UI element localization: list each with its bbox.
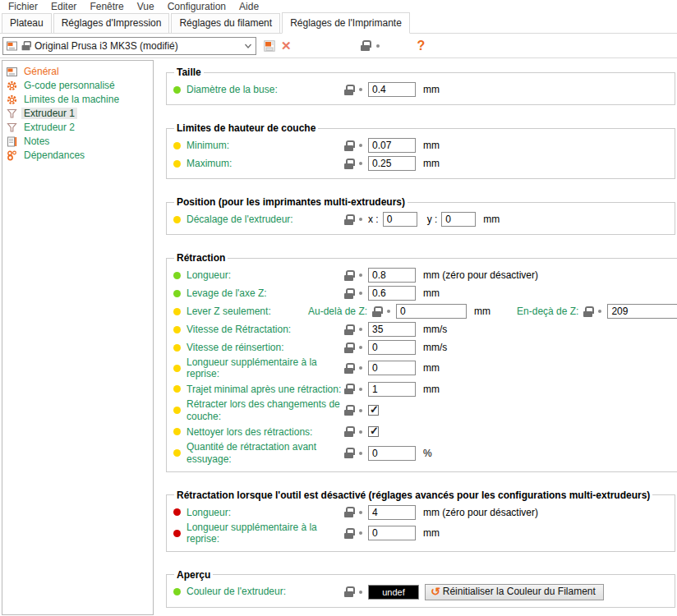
revert-dot-icon [359, 274, 362, 277]
lock-icon[interactable] [344, 448, 353, 458]
status-dot-icon [173, 344, 181, 352]
lock-icon[interactable] [344, 324, 353, 335]
settings-content: Taille Diamètre de la buse: mm Limites d… [154, 58, 677, 615]
extruder-offset-x-input[interactable] [383, 212, 417, 227]
tab-plateau[interactable]: Plateau [2, 13, 52, 34]
status-dot-icon [173, 308, 181, 315]
menu-bar: Fichier Editer Fenêtre Vue Configuration… [0, 0, 677, 12]
status-dot-icon [173, 86, 181, 94]
lock-icon[interactable] [344, 507, 353, 517]
lock-icon[interactable] [344, 214, 353, 225]
reset-filament-color-button[interactable]: ↺ Réinitialiser la Couleur du Filament [425, 584, 604, 600]
group-taille: Taille Diamètre de la buse: mm [166, 67, 675, 105]
lock-icon[interactable] [583, 306, 592, 317]
restart-extra-input[interactable] [368, 361, 416, 375]
lock-icon[interactable] [372, 306, 381, 317]
lock-icon[interactable] [344, 384, 353, 394]
sidebar-item-gcode-personnalise[interactable]: G-code personnalisé [6, 79, 150, 92]
printer-icon [7, 39, 17, 53]
setting-row-longueur-supplementaire: Longueur supplémentaire à la reprise: mm [173, 356, 677, 380]
sidebar-item-extrudeur-1[interactable]: Extrudeur 1 [6, 107, 150, 120]
sidebar-item-limites-machine[interactable]: Limites de la machine [6, 93, 150, 106]
setting-row-couleur-extrudeur: Couleur de l'extrudeur: undef ↺ Réinitia… [173, 583, 668, 601]
min-travel-input[interactable] [368, 382, 416, 397]
extruder-color-swatch[interactable]: undef [368, 585, 419, 600]
revert-dot-icon [359, 430, 362, 434]
revert-dot-icon [387, 310, 390, 313]
lock-icon[interactable] [344, 405, 353, 416]
revert-dot-icon [359, 511, 362, 514]
save-preset-button[interactable] [264, 39, 275, 53]
status-dot-icon [173, 588, 181, 595]
group-title: Position (pour les imprimantes multi-ext… [174, 196, 408, 208]
retract-lift-input[interactable] [368, 286, 416, 301]
wipe-checkbox[interactable] [368, 426, 379, 437]
menu-item-vue[interactable]: Vue [131, 1, 161, 12]
lift-below-z-input[interactable] [607, 304, 677, 319]
lock-icon[interactable] [344, 342, 353, 353]
sidebar-item-extrudeur-2[interactable]: Extrudeur 2 [6, 121, 150, 134]
deretract-speed-input[interactable] [368, 340, 416, 355]
sidebar-item-dependances[interactable]: Dépendances [6, 149, 150, 162]
group-title: Limites de hauteur de couche [174, 122, 318, 134]
menu-item-fenetre[interactable]: Fenêtre [83, 1, 130, 12]
status-dot-icon [173, 449, 181, 457]
retract-speed-input[interactable] [368, 322, 416, 337]
setting-row-minimum: Minimum: mm [173, 136, 668, 154]
lock-icon[interactable] [344, 85, 353, 95]
tab-reglages-impression[interactable]: Réglages d'Impression [53, 13, 170, 34]
sidebar-item-notes[interactable]: Notes [6, 135, 150, 148]
extruder-offset-y-input[interactable] [441, 212, 476, 227]
setting-row-longueur-toolchange: Longueur: mm (zéro pour désactiver) [173, 503, 668, 522]
lock-icon[interactable] [344, 426, 353, 437]
revert-dot-icon [359, 162, 362, 165]
lock-icon[interactable] [344, 140, 353, 151]
sidebar-item-general[interactable]: Général [6, 65, 150, 78]
undo-icon: ↺ [431, 585, 440, 598]
padlock-icon [22, 41, 30, 51]
menu-item-aide[interactable]: Aide [233, 1, 265, 12]
restart-extra-toolchange-input[interactable] [368, 526, 416, 540]
retract-layer-change-checkbox[interactable] [368, 405, 379, 416]
retract-length-input[interactable] [368, 268, 416, 283]
group-limites-hauteur: Limites de hauteur de couche Minimum: mm… [166, 122, 675, 179]
printer-preset-select[interactable]: Original Prusa i3 MK3S (modifié) [2, 37, 256, 55]
retract-before-wipe-input[interactable] [368, 446, 416, 461]
revert-dot-icon [359, 88, 362, 91]
status-dot-icon [173, 530, 181, 537]
menu-item-editer[interactable]: Editer [44, 1, 83, 12]
delete-preset-button[interactable]: ✕ [281, 39, 292, 52]
setting-row-lever-z-seulement: Lever Z seulement: Au-delà de Z: mm En-d… [173, 302, 677, 320]
setting-row-vitesse-retractation: Vitesse de Rétractation: mm/s [173, 320, 677, 338]
status-dot-icon [173, 407, 181, 414]
lock-icon[interactable] [344, 363, 353, 374]
revert-dot-icon [359, 328, 362, 331]
setting-row-quantite-retractation: Quantité de rétractation avant essuyage:… [173, 441, 677, 466]
revert-dot-icon [359, 292, 362, 295]
setting-row-vitesse-reinsertion: Vitesse de réinsertion: mm/s [173, 338, 677, 356]
lift-above-z-input[interactable] [396, 304, 467, 319]
lock-icon[interactable] [344, 288, 353, 299]
setting-row-longueur: Longueur: mm (zéro pour désactiver) [173, 266, 677, 284]
max-layer-height-input[interactable] [368, 156, 416, 171]
help-button[interactable]: ? [417, 39, 426, 53]
revert-dot-icon [359, 452, 362, 455]
lock-icon[interactable] [344, 586, 353, 597]
nozzle-diameter-input[interactable] [368, 82, 416, 97]
tab-reglages-imprimante[interactable]: Réglages de l'Imprimante [282, 12, 410, 34]
group-title: Taille [174, 67, 204, 78]
lock-icon[interactable] [344, 159, 353, 169]
lock-icon[interactable] [344, 528, 353, 539]
lock-settings-button[interactable] [361, 40, 370, 51]
setting-row-diametre-buse: Diamètre de la buse: mm [173, 80, 668, 99]
menu-item-fichier[interactable]: Fichier [2, 1, 44, 12]
revert-dot-icon [376, 44, 380, 48]
menu-item-configuration[interactable]: Configuration [161, 1, 233, 12]
settings-page-list: Général G-code personnalisé Limites de l… [2, 60, 154, 615]
min-layer-height-input[interactable] [368, 138, 416, 153]
settings-tab-bar: Plateau Réglages d'Impression Réglages d… [0, 12, 677, 34]
lock-icon[interactable] [344, 270, 353, 281]
revert-dot-icon [359, 218, 362, 221]
tab-reglages-filament[interactable]: Réglages du filament [171, 13, 280, 34]
retract-length-toolchange-input[interactable] [368, 505, 416, 520]
